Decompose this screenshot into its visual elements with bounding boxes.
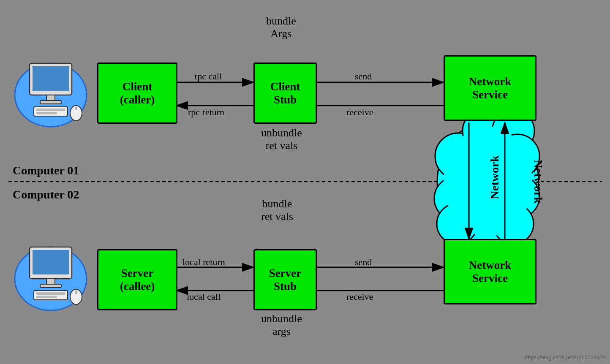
server-callee-box: Server (callee) [97,249,177,310]
svg-rect-32 [36,112,57,114]
svg-point-2 [437,122,539,241]
rpc-return-label: rpc return [188,107,224,118]
computer-icon-client [11,51,91,131]
network-service-bottom-box: Network Service [444,239,536,304]
client-caller-box: Client (caller) [97,62,177,124]
svg-rect-27 [33,66,69,91]
diagram: Network Network [0,0,610,364]
server-stub-box: Server Stub [253,249,317,310]
computer02-label: Computer 02 [13,188,79,201]
receive-top-label: receive [346,107,373,118]
svg-rect-30 [34,107,68,116]
svg-point-4 [434,177,478,220]
send-top-label: send [355,71,372,82]
svg-point-8 [496,174,539,218]
rpc-call-label: rpc call [194,71,222,82]
bundle-ret-vals-label: bundle ret vals [261,198,293,223]
svg-point-7 [496,134,539,178]
svg-point-12 [444,127,532,236]
svg-point-11 [437,204,477,244]
svg-rect-39 [40,284,61,288]
cloud: Network Network [434,110,545,249]
unbundle-ret-vals-top-label: unbundle ret vals [261,127,302,152]
unbundle-args-label: unbundle args [261,312,302,338]
svg-rect-41 [36,292,65,295]
svg-point-3 [435,133,482,179]
watermark: https://blog.csdn.net/u010013573 [525,354,606,361]
network-label-left: Network [488,155,501,199]
client-stub-box: Client Stub [253,62,317,124]
svg-rect-37 [33,250,69,274]
svg-rect-40 [34,291,68,300]
network-label-right: Network [532,160,545,204]
svg-rect-42 [36,296,57,298]
svg-rect-31 [36,109,65,111]
local-return-label: local return [182,257,225,268]
receive-bottom-label: receive [346,291,373,302]
svg-point-10 [493,204,534,244]
svg-rect-29 [40,101,61,104]
bundle-args-label: bundle Args [266,15,296,40]
network-service-top-box: Network Service [444,55,536,121]
local-call-label: local call [187,291,221,302]
send-bottom-label: send [355,257,372,268]
computer01-label: Computer 01 [13,164,79,177]
computer-icon-server [11,234,91,315]
